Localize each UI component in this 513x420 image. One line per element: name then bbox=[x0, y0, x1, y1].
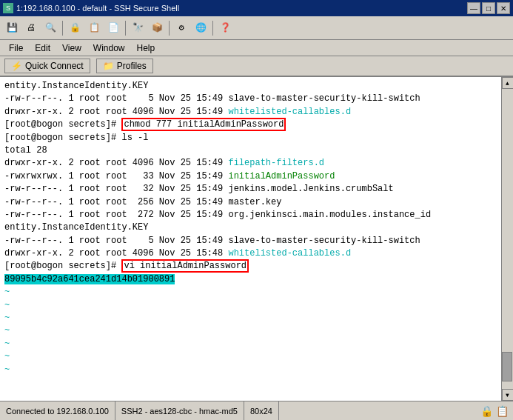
quick-connect-label: Quick Connect bbox=[25, 61, 84, 71]
whitelisted-callables-link2: whitelisted-callables.d bbox=[228, 248, 351, 259]
separator-3 bbox=[169, 21, 170, 36]
toolbar: 💾 🖨 🔍 🔒 📋 📄 🔭 📦 ⚙ 🌐 ❓ bbox=[0, 16, 513, 40]
scroll-down-button[interactable]: ▼ bbox=[502, 389, 514, 401]
quick-connect-button[interactable]: ⚡ Quick Connect bbox=[4, 59, 90, 73]
term-line-4: [root@bogon secrets]# chmod 777 initialA… bbox=[4, 119, 497, 131]
transfer-button[interactable]: 📦 bbox=[148, 19, 166, 37]
size-status: 80x24 bbox=[244, 401, 279, 420]
scroll-up-button[interactable]: ▲ bbox=[502, 77, 514, 89]
admin-password-value: 89095b4c92a641cea241d14b01900891 bbox=[4, 274, 175, 284]
menu-bar: File Edit View Window Help bbox=[0, 40, 513, 56]
save-button[interactable]: 💾 bbox=[3, 19, 21, 37]
connection-text: Connected to 192.168.0.100 bbox=[6, 407, 109, 416]
menu-edit[interactable]: Edit bbox=[29, 41, 56, 55]
lock-button[interactable]: 🔒 bbox=[66, 19, 84, 37]
term-line-10: -rw-r--r--. 1 root root 256 Nov 25 15:49… bbox=[4, 196, 497, 209]
cipher-status: SSH2 - aes128-cbc - hmac-md5 bbox=[115, 401, 244, 420]
status-icon-1: 🔒 bbox=[480, 405, 493, 417]
menu-help[interactable]: Help bbox=[131, 41, 161, 55]
vi-command: vi initialAdminPassword bbox=[121, 259, 249, 273]
app-icon: S bbox=[3, 3, 13, 13]
lightning-icon: ⚡ bbox=[11, 61, 22, 71]
term-line-11: -rw-r--r--. 1 root root 272 Nov 25 15:49… bbox=[4, 209, 497, 221]
term-line-6: total 28 bbox=[4, 144, 497, 157]
term-line-15: [root@bogon secrets]# vi initialAdminPas… bbox=[4, 260, 497, 273]
status-bar: Connected to 192.168.0.100 SSH2 - aes128… bbox=[0, 401, 513, 420]
menu-view[interactable]: View bbox=[56, 41, 87, 55]
chmod-command: chmod 777 initialAdminPassword bbox=[121, 118, 286, 131]
binoculars-button[interactable]: 🔭 bbox=[129, 19, 147, 37]
terminal-wrapper: entity.InstanceIdentity.KEY -rw-r--r--. … bbox=[0, 77, 513, 401]
scroll-thumb[interactable] bbox=[502, 352, 512, 381]
separator-1 bbox=[62, 21, 63, 36]
globe-button[interactable]: 🌐 bbox=[192, 19, 209, 37]
scrollbar[interactable]: ▲ ▼ bbox=[501, 77, 513, 401]
size-text: 80x24 bbox=[250, 407, 272, 416]
window-title: 1:192.168.0.100 - default - SSH Secure S… bbox=[16, 4, 179, 13]
folder-icon: 📁 bbox=[103, 61, 114, 71]
term-line-12: entity.InstanceIdentity.KEY bbox=[4, 221, 497, 234]
quickconnect-bar: ⚡ Quick Connect 📁 Profiles bbox=[0, 56, 513, 77]
tilde-1: ~ bbox=[4, 286, 497, 299]
terminal[interactable]: entity.InstanceIdentity.KEY -rw-r--r--. … bbox=[0, 77, 501, 401]
cipher-text: SSH2 - aes128-cbc - hmac-md5 bbox=[121, 407, 238, 416]
tilde-7: ~ bbox=[4, 364, 497, 376]
find-button[interactable]: 🔍 bbox=[41, 19, 59, 37]
profiles-label: Profiles bbox=[117, 61, 147, 71]
separator-4 bbox=[212, 21, 213, 36]
term-line-14: drwxr-xr-x. 2 root root 4096 Nov 25 15:4… bbox=[4, 247, 497, 260]
term-line-5: [root@bogon secrets]# ls -l bbox=[4, 132, 497, 144]
settings-button[interactable]: ⚙ bbox=[172, 19, 190, 37]
tilde-4: ~ bbox=[4, 324, 497, 337]
minimize-button[interactable]: — bbox=[467, 2, 480, 14]
term-line-9: -rw-r--r--. 1 root root 32 Nov 25 15:49 … bbox=[4, 183, 497, 196]
paste-button[interactable]: 📄 bbox=[104, 19, 122, 37]
term-line-7: drwxr-xr-x. 2 root root 4096 Nov 25 15:4… bbox=[4, 157, 497, 170]
menu-file[interactable]: File bbox=[3, 41, 29, 55]
tilde-5: ~ bbox=[4, 338, 497, 350]
copy-button[interactable]: 📋 bbox=[85, 19, 103, 37]
term-line-16: 89095b4c92a641cea241d14b01900891 bbox=[4, 273, 497, 286]
term-line-2: -rw-r--r--. 1 root root 5 Nov 25 15:49 s… bbox=[4, 93, 497, 105]
tilde-6: ~ bbox=[4, 350, 497, 363]
initial-admin-pwd-link: initialAdminPassword bbox=[228, 171, 335, 181]
whitelisted-callables-link: whitelisted-callables.d bbox=[228, 107, 351, 117]
tilde-3: ~ bbox=[4, 312, 497, 324]
filepath-filters-link: filepath-filters.d bbox=[228, 158, 324, 168]
tilde-2: ~ bbox=[4, 299, 497, 312]
maximize-button[interactable]: □ bbox=[482, 2, 495, 14]
status-icons: 🔒 📋 bbox=[476, 405, 513, 417]
scroll-track[interactable] bbox=[502, 89, 513, 389]
connection-status: Connected to 192.168.0.100 bbox=[0, 401, 115, 420]
term-line-13: -rw-r--r--. 1 root root 5 Nov 25 15:49 s… bbox=[4, 235, 497, 247]
separator-2 bbox=[125, 21, 126, 36]
term-line-3: drwxr-xr-x. 2 root root 4096 Nov 25 15:4… bbox=[4, 106, 497, 119]
help-button[interactable]: ❓ bbox=[216, 19, 234, 37]
term-line-8: -rwxrwxrwx. 1 root root 33 Nov 25 15:49 … bbox=[4, 170, 497, 183]
window-controls[interactable]: — □ ✕ bbox=[467, 2, 510, 14]
close-button[interactable]: ✕ bbox=[497, 2, 510, 14]
menu-window[interactable]: Window bbox=[87, 41, 131, 55]
term-line-1: entity.InstanceIdentity.KEY bbox=[4, 80, 497, 93]
title-bar: S 1:192.168.0.100 - default - SSH Secure… bbox=[0, 0, 513, 16]
print-button[interactable]: 🖨 bbox=[22, 19, 40, 37]
status-icon-2: 📋 bbox=[496, 405, 509, 417]
profiles-button[interactable]: 📁 Profiles bbox=[96, 59, 153, 73]
